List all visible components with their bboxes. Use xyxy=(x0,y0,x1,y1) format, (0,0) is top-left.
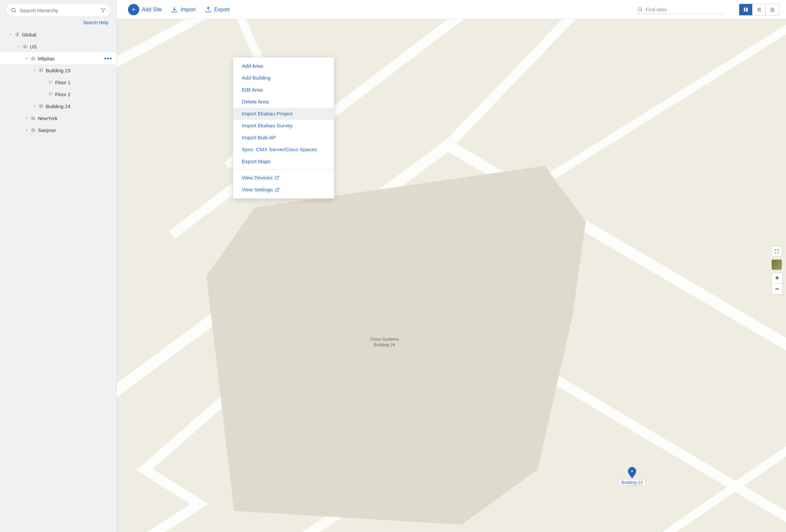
map-background xyxy=(117,19,786,532)
svg-rect-4 xyxy=(24,46,25,48)
ctx-export-maps[interactable]: Export Maps xyxy=(233,156,334,167)
tree-label: US xyxy=(30,44,37,49)
zoom-controls: + − xyxy=(771,273,783,295)
add-site-button[interactable]: Add Site xyxy=(128,4,162,15)
find-sites-box[interactable] xyxy=(638,5,724,14)
list-view-button[interactable] xyxy=(753,4,766,15)
ctx-view-settings[interactable]: View Settings xyxy=(233,184,334,196)
pin-icon xyxy=(627,467,637,478)
export-label: Export xyxy=(214,7,230,13)
map-icon xyxy=(743,7,748,12)
svg-point-26 xyxy=(639,8,642,11)
svg-rect-14 xyxy=(40,105,43,108)
ctx-sync-cmx[interactable]: Sync: CMX Server/Cisco Spaces xyxy=(233,144,334,156)
tree-label: Floor 2 xyxy=(55,92,71,97)
satellite-toggle-button[interactable] xyxy=(771,259,782,270)
zoom-out-button[interactable]: − xyxy=(772,283,782,294)
zoom-in-button[interactable]: + xyxy=(772,273,782,283)
map-controls: + − xyxy=(771,246,783,295)
tree-node-floor1[interactable]: Floor 1 xyxy=(0,76,116,88)
tree-label: Milpitas xyxy=(38,56,55,61)
search-icon xyxy=(638,6,643,12)
upload-icon xyxy=(205,6,212,13)
svg-rect-20 xyxy=(34,118,35,120)
building-view-button[interactable] xyxy=(766,4,779,15)
svg-line-27 xyxy=(641,10,642,11)
search-icon xyxy=(10,7,17,13)
globe-icon xyxy=(15,32,20,37)
ctx-add-area[interactable]: Add Area xyxy=(233,60,334,72)
tree-node-building23[interactable]: Building 23 xyxy=(0,64,116,76)
tree-label: Global xyxy=(22,32,36,38)
svg-rect-21 xyxy=(31,129,32,132)
ctx-import-ekahau-survey[interactable]: Import Ekahau Survey xyxy=(233,120,334,132)
external-link-icon xyxy=(275,176,279,180)
marker-label: Building 23 xyxy=(619,479,646,486)
add-site-label: Add Site xyxy=(142,7,162,13)
svg-rect-9 xyxy=(34,58,35,60)
ctx-add-building[interactable]: Add Building xyxy=(233,72,334,84)
top-toolbar: Add Site Import Export xyxy=(117,0,786,19)
svg-rect-18 xyxy=(31,117,32,120)
map-view-button[interactable] xyxy=(739,4,753,15)
ctx-import-ekahau-project[interactable]: Import Ekahau Project xyxy=(233,108,334,120)
svg-rect-8 xyxy=(33,57,34,60)
tree-node-global[interactable]: Global xyxy=(0,28,116,41)
building-icon xyxy=(770,7,775,12)
building-icon xyxy=(39,104,44,109)
map-canvas[interactable]: Cisco SystemsBuilding 24 Building 23 + − xyxy=(117,19,786,532)
search-hierarchy-box[interactable] xyxy=(6,4,111,17)
floor-icon xyxy=(48,92,53,96)
floor-icon xyxy=(48,80,53,85)
svg-line-1 xyxy=(15,11,16,12)
fullscreen-button[interactable] xyxy=(771,246,782,257)
more-options-icon[interactable]: ••• xyxy=(104,55,112,62)
tree-node-building24[interactable]: Building 24 xyxy=(0,100,116,112)
main-content: Add Site Import Export xyxy=(117,0,786,532)
svg-rect-5 xyxy=(25,45,26,48)
chevron-right-icon xyxy=(25,128,28,132)
import-label: Import xyxy=(180,7,195,13)
map-marker-building23[interactable]: Building 23 xyxy=(619,467,646,486)
external-link-icon xyxy=(275,187,280,192)
chevron-down-icon xyxy=(8,32,13,37)
view-toggle-group xyxy=(739,4,779,16)
search-help-link[interactable]: Search Help xyxy=(83,20,109,25)
map-building-label: Cisco SystemsBuilding 24 xyxy=(370,337,399,348)
expand-icon xyxy=(774,249,779,254)
tree-node-milpitas[interactable]: Milpitas ••• xyxy=(0,52,116,64)
find-sites-input[interactable] xyxy=(645,7,724,12)
area-icon xyxy=(23,44,28,49)
hierarchy-tree: Global US Milpitas ••• Building 23 Floor… xyxy=(0,28,116,532)
ctx-edit-area[interactable]: Edit Area xyxy=(233,84,334,96)
svg-rect-19 xyxy=(33,116,34,119)
svg-rect-6 xyxy=(26,46,27,48)
tree-node-sanjose[interactable]: Sanjose xyxy=(0,124,116,136)
search-hierarchy-input[interactable] xyxy=(20,8,100,13)
svg-rect-10 xyxy=(40,69,43,72)
tree-node-us[interactable]: US xyxy=(0,41,116,52)
chevron-down-icon xyxy=(25,56,28,60)
tree-node-newyork[interactable]: NewYork xyxy=(0,112,116,124)
svg-rect-31 xyxy=(771,8,772,11)
import-button[interactable]: Import xyxy=(171,6,195,13)
svg-marker-2 xyxy=(101,8,105,12)
ctx-import-bulk-ap[interactable]: Import Bulk AP xyxy=(233,132,334,144)
svg-rect-23 xyxy=(34,130,35,132)
tree-label: Floor 1 xyxy=(55,79,71,85)
download-icon xyxy=(171,6,178,13)
area-icon xyxy=(30,116,36,120)
tree-label: NewYork xyxy=(38,115,57,121)
chevron-down-icon xyxy=(32,68,37,72)
chevron-right-icon xyxy=(25,116,28,120)
area-icon xyxy=(30,128,36,132)
divider xyxy=(233,169,334,170)
tree-label: Building 23 xyxy=(46,68,70,73)
hierarchy-sidebar: Search Help Global US Milpitas ••• Build xyxy=(0,0,117,532)
export-button[interactable]: Export xyxy=(205,6,230,13)
tree-node-floor2[interactable]: Floor 2 xyxy=(0,88,116,100)
plus-icon xyxy=(128,4,139,15)
filter-icon[interactable] xyxy=(100,8,106,13)
ctx-delete-area[interactable]: Delete Area xyxy=(233,96,334,108)
ctx-view-devices[interactable]: View Devices xyxy=(233,172,334,184)
